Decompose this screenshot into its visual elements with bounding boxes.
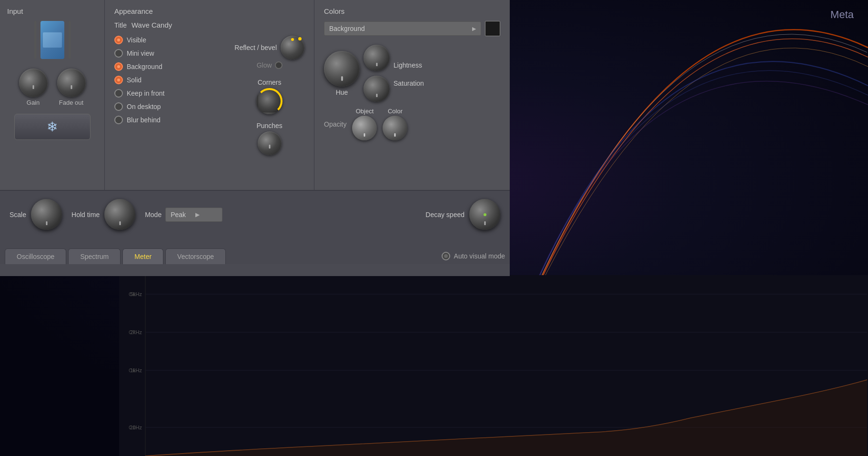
- auto-radio-inner: [444, 254, 448, 258]
- background-radio[interactable]: Background: [114, 62, 220, 71]
- appearance-right-controls: Reflect / bevel Glow Cor: [220, 36, 304, 155]
- glow-toggle[interactable]: [275, 61, 283, 69]
- scale-knob[interactable]: [31, 199, 62, 230]
- corners-label: Corners: [258, 79, 282, 86]
- color-swatch[interactable]: [485, 21, 500, 36]
- keepinfront-radio[interactable]: Keep in front: [114, 89, 220, 98]
- solid-radio[interactable]: Solid: [114, 76, 220, 84]
- corners-area: Corners: [256, 79, 283, 114]
- opacity-row: Opacity Object Color: [324, 108, 500, 140]
- punches-label: Punches: [256, 122, 282, 129]
- top-section: Input Gain Fade out ❄: [0, 0, 510, 190]
- solid-radio-label: Solid: [127, 76, 141, 84]
- input-slider-area: [34, 21, 71, 59]
- reflect-bevel-knob[interactable]: [281, 36, 304, 59]
- spectrum-svg: 5kHz 2kHz 1kHz 20Hz C8 C7 C6 C1: [119, 275, 868, 456]
- chevron-right-icon: ▶: [472, 26, 476, 32]
- color-selector-row: Background ▶: [324, 21, 500, 36]
- tab-vectorscope[interactable]: Vectorscope: [165, 248, 226, 264]
- input-panel: Input Gain Fade out ❄: [0, 0, 105, 190]
- lightness-label: Lightness: [394, 61, 424, 69]
- ondesktop-radio-circle: [114, 102, 123, 111]
- saturation-label: Saturation: [394, 79, 424, 87]
- appearance-title: Appearance: [114, 7, 304, 15]
- lightness-knob[interactable]: [363, 45, 390, 71]
- decay-group: Decay speed: [425, 199, 500, 230]
- fadeout-knob[interactable]: [57, 69, 86, 97]
- visible-radio-label: Visible: [127, 36, 146, 44]
- svg-text:C8: C8: [129, 291, 135, 297]
- opacity-object-knob[interactable]: [352, 116, 377, 140]
- svg-text:C7: C7: [129, 329, 135, 335]
- visible-radio[interactable]: Visible: [114, 36, 220, 44]
- holdtime-group: Hold time: [71, 199, 135, 230]
- title-field-value: Wave Candy: [131, 21, 172, 29]
- scale-label: Scale: [10, 211, 26, 218]
- mode-value: Peak: [171, 211, 186, 218]
- opacity-color-group: Color: [383, 108, 407, 140]
- blurbehind-radio-label: Blur behind: [127, 116, 161, 124]
- scale-group: Scale: [10, 199, 62, 230]
- blurbehind-radio[interactable]: Blur behind: [114, 116, 220, 124]
- svg-text:C6: C6: [129, 367, 135, 373]
- corners-knob[interactable]: [256, 88, 283, 114]
- tab-spectrum[interactable]: Spectrum: [68, 248, 121, 264]
- miniview-radio-circle: [114, 49, 123, 58]
- fader-icon: [40, 21, 64, 59]
- meta-label: Meta: [830, 9, 854, 21]
- bottom-controls: Scale Hold time Mode Peak ▶ Decay speed: [0, 190, 510, 238]
- hue-knob[interactable]: [324, 51, 360, 87]
- background-radio-circle: [114, 62, 123, 71]
- punches-knob[interactable]: [258, 131, 282, 155]
- gain-label: Gain: [27, 99, 40, 106]
- mode-label: Mode: [145, 211, 161, 218]
- svg-text:C1: C1: [129, 425, 135, 430]
- color-dropdown-label: Background: [329, 25, 365, 32]
- hue-knob-area: Hue: [324, 51, 360, 96]
- opacity-label: Opacity: [324, 120, 346, 128]
- radio-group: Visible Mini view Background Solid: [114, 36, 220, 149]
- hl-labels: Lightness Saturation: [394, 59, 424, 87]
- background-radio-label: Background: [127, 63, 162, 70]
- appearance-content: Visible Mini view Background Solid: [114, 36, 304, 155]
- keepinfront-radio-circle: [114, 89, 123, 98]
- input-slider[interactable]: [34, 21, 36, 59]
- colors-title: Colors: [324, 7, 500, 15]
- reflect-bevel-label: Reflect / bevel: [234, 44, 277, 51]
- snowflake-icon: ❄: [47, 119, 58, 135]
- auto-visual-label: Auto visual mode: [454, 252, 505, 260]
- color-label: Color: [388, 108, 403, 115]
- miniview-radio-label: Mini view: [127, 50, 154, 57]
- color-dropdown[interactable]: Background ▶: [324, 21, 481, 36]
- ondesktop-radio[interactable]: On desktop: [114, 102, 220, 111]
- reflect-bevel-area: Reflect / bevel Glow: [234, 36, 304, 69]
- auto-visual-radio[interactable]: [442, 252, 450, 260]
- holdtime-knob[interactable]: [104, 199, 135, 230]
- holdtime-label: Hold time: [71, 211, 100, 218]
- object-label: Object: [356, 108, 374, 115]
- mode-dropdown[interactable]: Peak ▶: [165, 208, 222, 222]
- hls-knobs: Hue Lightness Saturation: [324, 45, 500, 102]
- snowflake-button[interactable]: ❄: [14, 114, 91, 140]
- keepinfront-radio-label: Keep in front: [127, 89, 164, 97]
- punches-area: Punches: [256, 122, 282, 155]
- colors-panel: Colors Background ▶ Hue: [314, 0, 510, 190]
- input-slider-2[interactable]: [69, 21, 71, 59]
- saturation-knob[interactable]: [363, 76, 390, 102]
- tab-oscilloscope[interactable]: Oscilloscope: [5, 248, 66, 264]
- miniview-radio[interactable]: Mini view: [114, 49, 220, 58]
- solid-radio-circle: [114, 76, 123, 84]
- blurbehind-radio-circle: [114, 116, 123, 124]
- gain-knob[interactable]: [19, 69, 48, 97]
- mode-arrow-icon: ▶: [195, 211, 200, 218]
- spectrum-area: 5kHz 2kHz 1kHz 20Hz C8 C7 C6 C1: [119, 275, 868, 456]
- decay-knob[interactable]: [469, 199, 500, 230]
- title-row: Title Wave Candy: [114, 21, 304, 29]
- tabs-bar: Oscilloscope Spectrum Meter Vectorscope …: [0, 238, 510, 264]
- gain-group: Gain: [19, 69, 48, 106]
- opacity-color-knob[interactable]: [383, 116, 407, 140]
- fadeout-label: Fade out: [59, 99, 83, 106]
- tab-meter[interactable]: Meter: [122, 248, 163, 264]
- opacity-object-group: Object: [352, 108, 377, 140]
- glow-label: Glow: [257, 61, 272, 69]
